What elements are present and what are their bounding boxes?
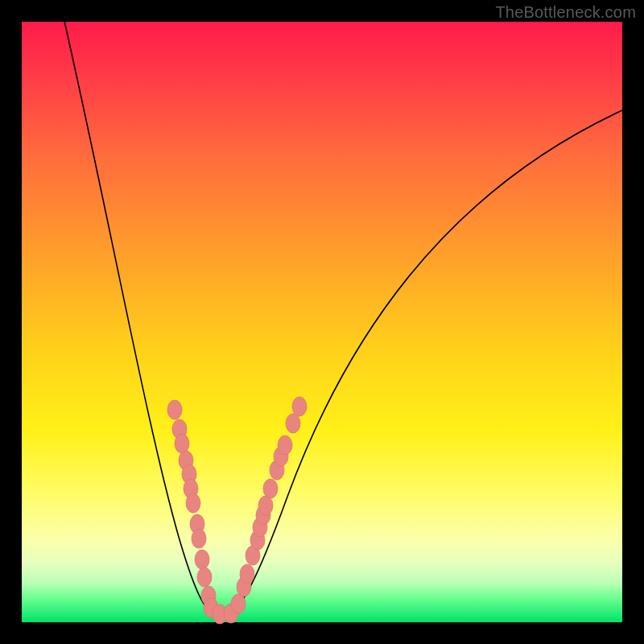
data-marker [186,493,200,513]
data-marker [292,397,307,416]
data-marker [192,529,206,548]
attribution-text: TheBottleneck.com [495,3,636,22]
data-marker [197,568,212,587]
chart-area [22,22,622,622]
data-marker [167,400,182,419]
marker-layer [167,397,307,624]
plot-svg [22,22,622,622]
data-marker [286,414,300,433]
bottleneck-curve [64,18,622,617]
data-marker [258,496,273,515]
data-marker [175,434,189,453]
data-marker [195,550,209,569]
data-marker [278,436,292,455]
data-marker [231,594,246,613]
data-marker [263,479,278,498]
data-marker [240,564,254,584]
